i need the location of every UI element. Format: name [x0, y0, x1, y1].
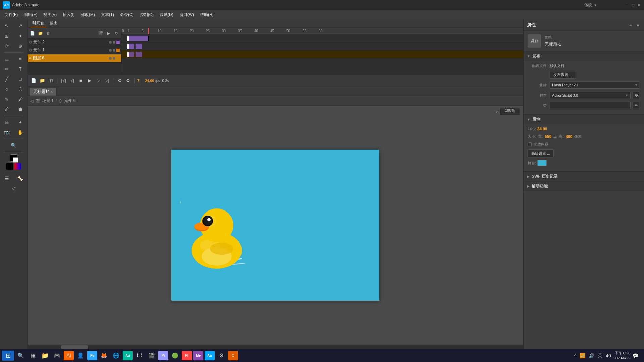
- props-menu-btn[interactable]: ≡: [628, 22, 633, 28]
- height-value[interactable]: 400: [566, 134, 572, 139]
- taskbar-flash[interactable]: Fl: [182, 351, 192, 360]
- new-folder-ctrl-btn[interactable]: 📁: [39, 77, 46, 84]
- pencil2-tool[interactable]: ✎: [1, 95, 13, 104]
- taskbar-illustrator[interactable]: Ai: [64, 351, 74, 360]
- layer-lock-dot2[interactable]: [113, 49, 115, 52]
- poly-tool[interactable]: ⬡: [14, 84, 26, 94]
- step-back-btn[interactable]: ◁: [69, 77, 75, 84]
- assets-tool[interactable]: ☰: [1, 174, 13, 183]
- layer-row-yuanjian2[interactable]: ⬡ 元件 2: [28, 38, 121, 46]
- tray-volume[interactable]: 🔊: [588, 352, 595, 359]
- taskbar-icon-3[interactable]: 🌐: [111, 350, 121, 361]
- menu-file[interactable]: 文件(F): [2, 11, 20, 19]
- menu-edit[interactable]: 编辑(E): [21, 11, 40, 19]
- stage-area[interactable]: ◁ 100% +: [28, 106, 523, 345]
- layer-row-yuanjian1[interactable]: ⬡ 元件 1: [28, 46, 121, 54]
- workspace-selector[interactable]: 传统 ▼: [584, 0, 597, 10]
- h-scrollbar-thumb[interactable]: [61, 345, 88, 349]
- loop-ctrl-btn[interactable]: ⟲: [116, 77, 123, 84]
- delete-frame-btn[interactable]: 🗑: [48, 77, 54, 84]
- menu-command[interactable]: 命令(C): [117, 11, 137, 19]
- taskbar-taskview[interactable]: ▦: [28, 350, 38, 361]
- playhead[interactable]: [148, 28, 149, 34]
- props-expand-btn[interactable]: ▲: [635, 22, 641, 28]
- stroke-color-chip[interactable]: [10, 154, 17, 162]
- scene-label[interactable]: 场景 1: [42, 98, 54, 104]
- oval-tool[interactable]: ○: [1, 84, 13, 94]
- script-config-btn[interactable]: ⚙: [633, 92, 640, 99]
- class-config-btn[interactable]: ✏: [633, 102, 640, 109]
- fill-color-chip[interactable]: [13, 157, 18, 163]
- paint-tool[interactable]: 🖊: [1, 105, 13, 114]
- layer-lock-dot3[interactable]: [113, 57, 115, 60]
- class-input[interactable]: [550, 102, 631, 109]
- taskbar-icon-6[interactable]: 🟢: [170, 350, 180, 361]
- settings-ctrl-btn[interactable]: ⚙: [125, 77, 131, 84]
- advanced-settings-btn[interactable]: 高级设置 ...: [528, 149, 554, 157]
- maximize-button[interactable]: □: [631, 3, 635, 7]
- new-layer-btn[interactable]: 📄: [29, 30, 36, 37]
- menu-control[interactable]: 控制(O): [137, 11, 156, 19]
- rect-tool[interactable]: □: [14, 74, 26, 84]
- bone-tool[interactable]: ☠: [1, 118, 13, 127]
- text-tool[interactable]: T: [14, 64, 26, 74]
- 3d-translate-tool[interactable]: ⊕: [14, 41, 26, 51]
- stop-btn[interactable]: ■: [77, 77, 84, 84]
- pen-tool[interactable]: ✒: [14, 54, 26, 64]
- camera-tool[interactable]: 📷: [1, 128, 13, 137]
- tray-expand[interactable]: ^: [573, 352, 578, 359]
- taskbar-icon-1[interactable]: 🎮: [52, 350, 62, 361]
- hand-tool[interactable]: ✋: [14, 128, 26, 137]
- tray-notification[interactable]: 💬: [632, 352, 639, 359]
- taskbar-search[interactable]: 🔍: [15, 350, 26, 361]
- tab-timeline[interactable]: 时间轴: [30, 20, 46, 27]
- step-forward-btn[interactable]: ▷: [95, 77, 102, 84]
- taskbar-photoshop[interactable]: Ps: [87, 351, 97, 360]
- start-button[interactable]: ⊞: [2, 351, 14, 361]
- menu-modify[interactable]: 修改(M): [78, 11, 98, 19]
- attributes-section-header[interactable]: ▼ 属性: [524, 115, 644, 124]
- tray-network[interactable]: 📶: [579, 352, 586, 359]
- layer-lock-dot[interactable]: [113, 41, 115, 44]
- stage-color-picker[interactable]: [537, 160, 547, 166]
- h-scrollbar[interactable]: [28, 345, 523, 349]
- taskbar-firefox[interactable]: 🦊: [99, 350, 109, 361]
- play-btn[interactable]: ▶: [105, 30, 112, 37]
- taskbar-cortana[interactable]: C: [228, 351, 238, 360]
- free-transform-tool[interactable]: ⊞: [1, 31, 13, 41]
- taskbar-icon-5[interactable]: 🎬: [146, 350, 157, 361]
- layer-row-tuceng6[interactable]: ✏ 图层 6: [28, 54, 121, 62]
- go-to-first-btn[interactable]: |◁: [60, 77, 67, 84]
- minimize-button[interactable]: ─: [625, 3, 629, 7]
- menu-view[interactable]: 视图(V): [41, 11, 59, 19]
- brush-tool[interactable]: 🖌: [14, 95, 26, 104]
- swap-colors-btn[interactable]: [14, 163, 21, 170]
- taskbar-icon-4[interactable]: 🎞: [134, 350, 145, 361]
- play-ctrl-btn[interactable]: ▶: [86, 77, 93, 84]
- 3d-rotate-tool[interactable]: ⟳: [1, 41, 13, 51]
- select-tool[interactable]: ↖: [1, 21, 13, 31]
- menu-text[interactable]: 文本(T): [98, 11, 117, 19]
- bind-tool[interactable]: ✦: [14, 118, 26, 127]
- lasso-tool[interactable]: ⌓: [1, 54, 13, 64]
- tab-output[interactable]: 输出: [48, 20, 60, 27]
- fps-attr-value[interactable]: 24.00: [537, 127, 547, 131]
- stage-canvas[interactable]: +: [171, 150, 379, 301]
- zoom-out-btn[interactable]: ◁: [496, 110, 498, 114]
- link-icon[interactable]: ⇄: [553, 134, 557, 139]
- doc-tab-main[interactable]: 无标题1* ✕: [30, 87, 57, 96]
- taskbar-audition[interactable]: Au: [123, 351, 133, 360]
- pencil-tool[interactable]: ✏: [1, 64, 13, 74]
- tray-ime[interactable]: 英: [597, 352, 603, 359]
- zoom-input[interactable]: 100%: [500, 108, 520, 115]
- system-clock[interactable]: 下午 6:26 2020-6-22: [613, 351, 630, 360]
- window-controls[interactable]: ─ □ ✕: [625, 3, 641, 7]
- symbol-label[interactable]: 元件 6: [64, 98, 75, 104]
- gradient-tool[interactable]: ✦: [14, 31, 26, 41]
- layer-visible-dot[interactable]: [109, 41, 112, 44]
- target-dropdown[interactable]: Flash Player 23 ▼: [550, 81, 640, 89]
- menu-debug[interactable]: 调试(D): [157, 11, 176, 19]
- layer-visible-dot2[interactable]: [109, 49, 112, 52]
- taskbar-explorer[interactable]: 📁: [40, 350, 50, 361]
- camera-layer-btn[interactable]: 🎬: [97, 30, 104, 37]
